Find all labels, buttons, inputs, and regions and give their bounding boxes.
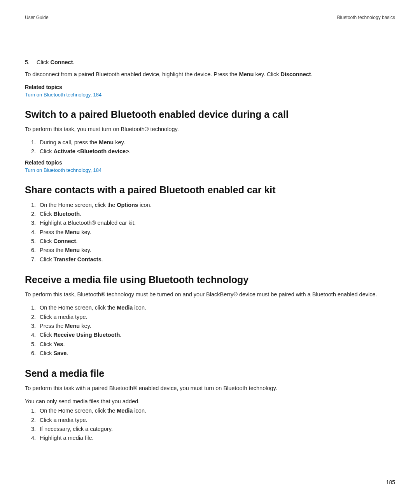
list-item: On the Home screen, click the Options ic… [37, 201, 395, 209]
list-item: Click Receive Using Bluetooth. [37, 331, 395, 339]
sect4-steps: On the Home screen, click the Media icon… [25, 407, 395, 442]
header-left: User Guide [25, 15, 49, 20]
related-topics-heading: Related topics [25, 159, 395, 166]
heading-switch-during-call: Switch to a paired Bluetooth enabled dev… [25, 109, 395, 120]
related-link-bluetooth-on[interactable]: Turn on Bluetooth technology, 184 [25, 92, 102, 98]
sect1-steps: During a call, press the Menu key. Click… [25, 138, 395, 156]
list-item: Highlight a media file. [37, 434, 395, 442]
sect3-steps: On the Home screen, click the Media icon… [25, 304, 395, 357]
sect3-intro: To perform this task, Bluetooth® technol… [25, 291, 395, 299]
list-item: Click Transfer Contacts. [37, 256, 395, 263]
header-right: Bluetooth technology basics [337, 15, 395, 20]
list-item: Highlight a Bluetooth® enabled car kit. [37, 219, 395, 227]
sect4-intro: To perform this task with a paired Bluet… [25, 385, 395, 392]
list-item: Click Activate <Bluetooth device>. [37, 147, 395, 155]
related-link-bluetooth-on[interactable]: Turn on Bluetooth technology, 184 [25, 167, 102, 173]
list-item: If necessary, click a category. [37, 425, 395, 433]
page-header: User Guide Bluetooth technology basics [25, 15, 395, 20]
document-page: User Guide Bluetooth technology basics 5… [0, 0, 420, 504]
list-item: Press the Menu key. [37, 246, 395, 254]
list-item: Press the Menu key. [37, 228, 395, 236]
list-item: On the Home screen, click the Media icon… [37, 407, 395, 415]
heading-send-media: Send a media file [25, 368, 395, 379]
list-item: Click Bluetooth. [37, 210, 395, 218]
page-number: 185 [386, 479, 395, 485]
list-item: Press the Menu key. [37, 322, 395, 330]
related-topics-heading: Related topics [25, 84, 395, 90]
list-item: On the Home screen, click the Media icon… [37, 304, 395, 312]
sect1-intro: To perform this task, you must turn on B… [25, 126, 395, 133]
list-item: Click Yes. [37, 340, 395, 348]
heading-receive-media: Receive a media file using Bluetooth tec… [25, 274, 395, 285]
list-item: During a call, press the Menu key. [37, 138, 395, 146]
sect4-note: You can only send media files that you a… [25, 398, 395, 406]
heading-share-contacts-car-kit: Share contacts with a paired Bluetooth e… [25, 184, 395, 196]
list-item: Click Save. [37, 349, 395, 357]
step-5-connect: 5. Click Connect. [25, 59, 395, 65]
disconnect-instruction: To disconnect from a paired Bluetooth en… [25, 71, 395, 79]
list-item: Click a media type. [37, 416, 395, 424]
list-item: Click Connect. [37, 237, 395, 245]
sect2-steps: On the Home screen, click the Options ic… [25, 201, 395, 263]
list-item: Click a media type. [37, 313, 395, 321]
